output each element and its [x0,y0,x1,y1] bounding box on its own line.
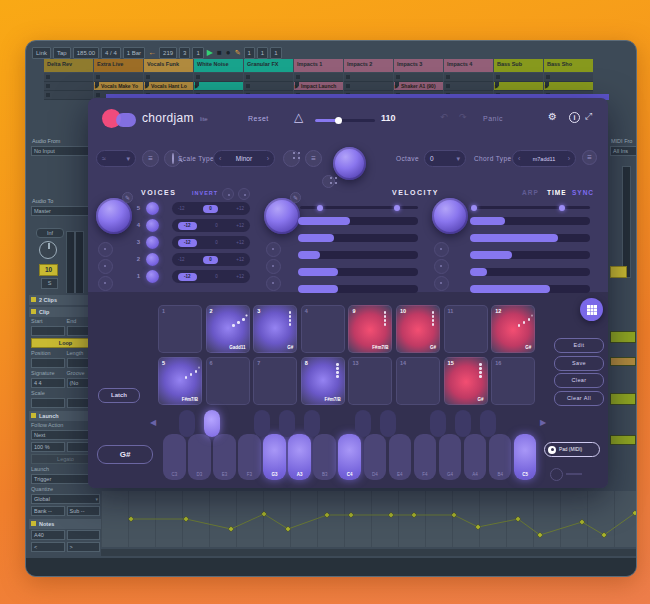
piano-key-white[interactable]: E3 [213,434,236,480]
clip-slot[interactable] [244,73,293,82]
voices-option-button[interactable] [98,242,113,257]
range-handle[interactable] [471,205,477,211]
clip-slot[interactable] [444,82,493,91]
transpose-option[interactable]: -12 [178,222,197,230]
piano-key-white[interactable]: A3 [288,434,311,480]
transpose-option[interactable]: 0 [215,240,218,245]
clip[interactable]: Impact Launch [294,82,343,91]
track-header[interactable]: Impacts 1 [294,59,343,72]
clip-slot[interactable] [44,73,93,82]
piano-key-black[interactable] [304,410,320,437]
arp-knob[interactable] [432,198,468,234]
value-bar[interactable] [298,251,418,259]
voice-toggle[interactable] [146,253,159,266]
clip-slot[interactable] [44,82,93,91]
range-handle[interactable] [394,205,400,211]
metronome-icon[interactable]: △ [294,110,303,124]
arrangement-clip[interactable] [610,357,636,366]
voice-toggle[interactable] [146,270,159,283]
voice-transpose-slider[interactable]: -120+12 [172,236,250,249]
panic-button[interactable]: Panic [483,115,503,122]
piano-key-white[interactable]: G3 [263,434,286,480]
menu-button[interactable]: ≡ [142,150,159,167]
root-note-display[interactable]: G# [97,445,153,464]
voices-option-button[interactable] [98,276,113,291]
randomize-button[interactable] [283,150,300,167]
expand-icon[interactable]: ⤢ [585,111,592,122]
piano-key-white[interactable]: G4 [439,434,462,480]
chevron-down-icon[interactable]: ▾ [456,155,460,163]
list-button[interactable]: ≡ [582,150,597,165]
clip-slot[interactable] [44,91,93,100]
arp-range-slider[interactable] [470,206,590,209]
pan-knob[interactable] [39,241,57,259]
tab-arp[interactable]: ARP [522,189,539,196]
chord-pad[interactable]: 8F#m7/B [301,357,345,405]
voice-transpose-slider[interactable]: -120+12 [172,253,250,266]
track-header[interactable]: Bass Sho [544,59,593,72]
track-header[interactable]: Delta Rev [44,59,93,72]
value-bar[interactable] [470,234,590,242]
horizontal-scrollbar[interactable] [101,549,636,556]
transport-cell[interactable]: 185.00 [73,47,99,59]
range-handle[interactable] [559,205,565,211]
clip-slot[interactable] [244,82,293,91]
panel-field[interactable]: 4 4 [31,378,65,388]
piano-key-black[interactable] [179,410,195,437]
value-bar[interactable] [298,285,418,293]
panel-field[interactable]: 100 % [31,442,65,452]
piano-key-black[interactable] [279,410,295,437]
voice-toggle[interactable] [146,236,159,249]
stop-button[interactable]: ■ [216,48,223,58]
value-bar[interactable] [470,285,590,293]
scale-select[interactable]: ‹ Minor › [213,150,275,167]
draw-mode-icon[interactable]: ✎ [234,48,242,58]
chord-type-select[interactable]: ‹ m7add11 › [512,150,576,167]
clip-slot[interactable] [144,73,193,82]
chevron-right-icon[interactable]: › [267,155,269,162]
value-bar[interactable] [470,217,590,225]
transpose-option[interactable]: +12 [236,206,244,211]
edit-button[interactable]: Edit [554,338,604,353]
chord-pad[interactable]: 9F#m7/B [348,305,392,353]
chevron-right-icon[interactable]: › [568,155,570,162]
invert-label[interactable]: INVERT [192,190,218,196]
loop-cell[interactable]: 1 [257,47,268,59]
arrangement-clip[interactable] [610,393,636,405]
chord-pad[interactable]: 5F#m7/B [158,357,202,405]
track-header[interactable]: Impacts 3 [394,59,443,72]
track-number-badge[interactable]: 10 [39,264,58,276]
transport-cell[interactable]: 1 Bar [123,47,145,59]
clip-slot[interactable] [494,73,543,82]
chord-pad[interactable]: 16 [491,357,535,405]
clip-slot[interactable] [294,73,343,82]
velocity-option-button[interactable] [266,259,281,274]
clip[interactable] [194,82,243,91]
invert-toggle[interactable] [222,188,234,200]
chord-pad[interactable]: 6 [206,357,250,405]
clip-slot[interactable] [94,73,143,82]
piano-key-white[interactable]: B4 [489,434,512,480]
piano-key-white[interactable]: F3 [238,434,261,480]
velocity-option-button[interactable] [266,242,281,257]
piano-key-white[interactable]: C4 [338,434,361,480]
velocity-edit-button[interactable]: ✎ [290,192,301,203]
voices-edit-button[interactable]: ✎ [122,192,133,203]
voice-transpose-slider[interactable]: -120+12 [172,270,250,283]
range-handle[interactable] [317,205,323,211]
panel-field[interactable]: A40 [31,530,65,540]
inf-button[interactable]: Inf [36,228,64,238]
piano-key-black[interactable] [254,410,270,437]
solo-button[interactable]: S [41,278,58,289]
clip[interactable]: Shaker A1 (90) [394,82,443,91]
track-header[interactable]: Impacts 2 [344,59,393,72]
piano-key-white[interactable]: D3 [188,434,211,480]
chord-pad[interactable]: 15G# [444,357,488,405]
value-bar[interactable] [298,217,418,225]
chevron-left-icon[interactable]: ‹ [219,155,221,162]
arrangement-clip[interactable] [610,435,636,445]
transpose-option[interactable]: -12 [178,206,185,211]
track-header[interactable]: Granular FX [244,59,293,72]
value-bar[interactable] [298,268,418,276]
clip-slot[interactable] [394,73,443,82]
